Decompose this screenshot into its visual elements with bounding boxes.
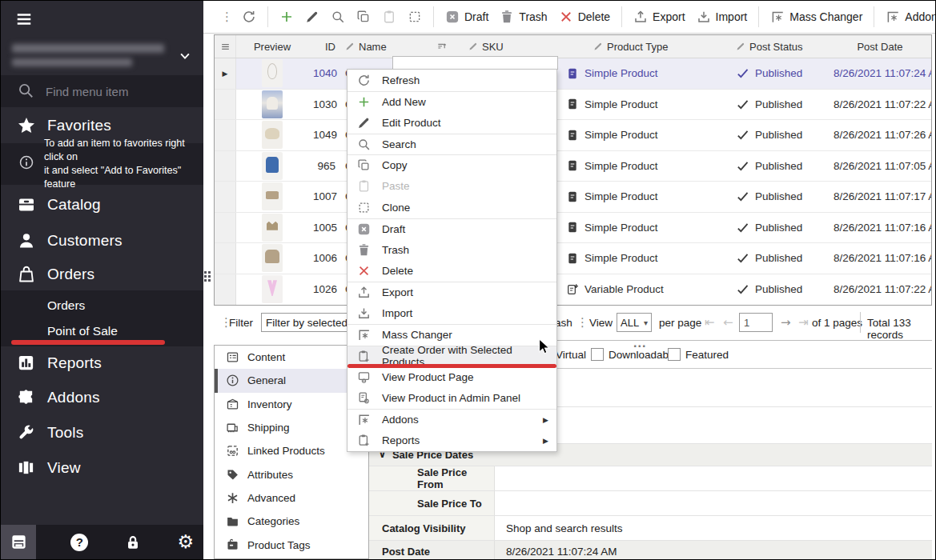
addons-dropdown[interactable]: Addons▾: [880, 1, 936, 33]
menu-add-new[interactable]: Add New: [347, 91, 556, 113]
col-header-preview[interactable]: Preview: [236, 35, 308, 58]
post-date-cell[interactable]: 8/26/2021 11:07:26 AM: [829, 129, 931, 141]
sidebar-item-addons[interactable]: Addons: [1, 382, 203, 414]
product-type-cell[interactable]: Variable Product: [561, 283, 731, 296]
tab-linked-products[interactable]: Linked Products: [215, 439, 368, 462]
post-date-row[interactable]: Post Date 8/26/2021 11:07:24 AM: [369, 541, 932, 560]
tab-categories[interactable]: Categories: [215, 510, 368, 533]
select-all-corner[interactable]: [215, 35, 236, 58]
menu-view-product-in-admin-panel[interactable]: View Product in Admin Panel: [347, 388, 556, 410]
product-type-cell[interactable]: Simple Product: [561, 129, 731, 142]
preview-cell[interactable]: [236, 152, 308, 180]
sidebar-search[interactable]: Find menu item: [1, 75, 203, 107]
table-row[interactable]: 1026 CR Variable Product Published 8/26/…: [215, 274, 931, 306]
post-date-cell[interactable]: 8/26/2021 11:07:16 AM: [829, 252, 931, 264]
col-header-sku[interactable]: SKU: [464, 35, 561, 58]
menu-clone[interactable]: Clone: [347, 197, 556, 218]
post-date-cell[interactable]: 8/26/2021 11:07:22 AM: [829, 98, 931, 110]
post-status-cell[interactable]: Published: [731, 251, 829, 265]
first-page-button[interactable]: ⇤: [705, 315, 715, 330]
paste-button[interactable]: [376, 1, 402, 33]
table-row[interactable]: 1006 CC Simple Product Published 8/26/20…: [215, 243, 931, 274]
lock-button[interactable]: [115, 525, 151, 559]
menu-search[interactable]: Search: [347, 134, 556, 155]
post-status-cell[interactable]: Published: [731, 190, 829, 203]
tab-general[interactable]: General: [215, 369, 368, 392]
sidebar-item-view[interactable]: View: [1, 452, 203, 484]
preview-cell[interactable]: [236, 214, 308, 242]
menu-view-product-page[interactable]: View Product Page: [347, 366, 556, 388]
tab-inventory[interactable]: Inventory: [215, 393, 368, 416]
prev-page-button[interactable]: ←: [723, 315, 733, 330]
post-date-cell[interactable]: 8/26/2021 11:07:17 AM: [829, 190, 931, 202]
field-value[interactable]: [495, 407, 932, 443]
sale-price-from-value[interactable]: [495, 466, 932, 490]
name-cell-editor[interactable]: [392, 56, 558, 70]
product-type-cell[interactable]: Simple Product: [561, 98, 731, 110]
preview-cell[interactable]: [236, 121, 308, 149]
id-cell[interactable]: 1007: [308, 190, 340, 202]
col-header-id[interactable]: ID: [308, 35, 340, 58]
sale-price-to-row[interactable]: Sale Price To: [369, 491, 932, 516]
id-cell[interactable]: 965: [308, 160, 340, 172]
id-cell[interactable]: 1030: [308, 98, 340, 110]
id-cell[interactable]: 1040: [308, 67, 340, 79]
menu-refresh[interactable]: Refresh: [347, 70, 556, 91]
sidebar-item-tools[interactable]: Tools: [1, 417, 203, 449]
trash-button[interactable]: Trash: [494, 1, 552, 33]
help-button[interactable]: ?: [62, 525, 97, 559]
post-date-cell[interactable]: 8/26/2021 11:07:22 AM: [829, 283, 931, 295]
preview-cell[interactable]: [236, 59, 308, 87]
preview-cell[interactable]: [236, 244, 308, 272]
product-type-cell[interactable]: Simple Product: [561, 221, 731, 234]
catalog-visibility-value[interactable]: Shop and search results: [495, 516, 932, 540]
post-status-cell[interactable]: Published: [731, 282, 829, 296]
toolbar-drag-icon[interactable]: ⋮: [218, 10, 236, 24]
post-status-cell[interactable]: Published: [731, 66, 829, 80]
id-cell[interactable]: 1005: [308, 222, 340, 234]
page-number-input[interactable]: [739, 313, 773, 332]
table-row[interactable]: ▶ 1040 CH Simple Product Published 8/26/…: [215, 58, 931, 90]
per-page-select[interactable]: ALL ▾: [617, 313, 652, 332]
featured-checkbox[interactable]: [668, 348, 681, 361]
clone-button[interactable]: [402, 1, 428, 33]
add-new-button[interactable]: [274, 1, 299, 33]
menu-import[interactable]: Import: [347, 303, 556, 325]
post-date-cell[interactable]: 8/26/2021 11:07:16 AM: [829, 222, 931, 234]
tab-shipping[interactable]: Shipping: [215, 416, 368, 439]
tab-content[interactable]: Content: [215, 346, 368, 369]
search-input[interactable]: Find menu item: [46, 85, 128, 98]
col-header-product-type[interactable]: Product Type: [561, 35, 731, 58]
copy-button[interactable]: [351, 1, 376, 33]
account-selector[interactable]: [1, 39, 203, 73]
menu-addons[interactable]: Addons▶: [347, 409, 556, 430]
table-row[interactable]: 1005 CC Simple Product Published 8/26/20…: [215, 213, 931, 244]
menu-paste[interactable]: Paste: [347, 176, 556, 198]
mass-changer-button[interactable]: Mass Changer: [765, 1, 868, 33]
draft-button[interactable]: Draft: [440, 1, 494, 33]
sidebar-item-catalog[interactable]: Catalog: [1, 187, 203, 222]
settings-button[interactable]: ⚙: [168, 525, 203, 559]
post-date-cell[interactable]: 8/26/2021 11:07:24 AM: [829, 67, 931, 79]
menu-draft[interactable]: Draft: [347, 218, 556, 240]
menu-delete[interactable]: Delete: [347, 261, 556, 282]
refresh-button[interactable]: [236, 1, 262, 33]
tab-advanced[interactable]: Advanced: [215, 486, 368, 510]
menu-trash[interactable]: Trash: [347, 239, 556, 261]
import-button[interactable]: Import: [691, 1, 753, 33]
post-status-cell[interactable]: Published: [731, 98, 829, 111]
field-value[interactable]: [495, 369, 932, 406]
post-date-cell[interactable]: 8/26/2021 11:07:05 AM: [829, 160, 931, 172]
archive-button[interactable]: [1, 525, 36, 559]
sidebar-item-reports[interactable]: Reports: [1, 347, 203, 379]
menu-copy[interactable]: Copy: [347, 154, 556, 176]
sale-price-from-row[interactable]: Sale Price From: [369, 466, 932, 491]
col-header-name[interactable]: Name: [340, 35, 464, 58]
next-page-button[interactable]: →: [781, 315, 791, 330]
sidebar-item-orders[interactable]: Orders: [1, 258, 203, 290]
product-type-cell[interactable]: Simple Product: [561, 67, 731, 80]
product-type-cell[interactable]: Simple Product: [561, 159, 731, 172]
last-page-button[interactable]: ⇥: [798, 315, 809, 330]
menu-edit-product[interactable]: Edit Product: [347, 112, 556, 134]
post-date-value[interactable]: 8/26/2021 11:07:24 AM: [495, 541, 932, 560]
